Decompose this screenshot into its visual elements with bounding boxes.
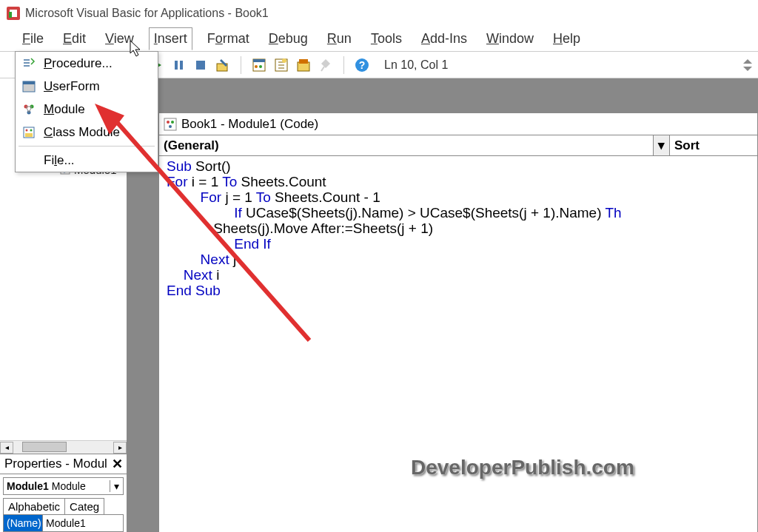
svg-rect-2 — [9, 12, 12, 18]
svg-rect-18 — [299, 59, 308, 64]
menu-insert[interactable]: Insert — [149, 27, 192, 50]
menu-format[interactable]: Format — [203, 28, 254, 50]
module-icon — [164, 118, 177, 131]
svg-rect-35 — [23, 81, 35, 84]
code-editor[interactable]: Sub Sort() For i = 1 To Sheets.Count For… — [159, 156, 757, 302]
app-icon — [6, 6, 21, 21]
svg-rect-30 — [164, 118, 176, 130]
dropdown-icon[interactable]: ▾ — [110, 480, 123, 492]
insert-menu-dropdown: Procedure... UserForm Module Class Modul… — [15, 51, 158, 172]
code-combos: (General) ▾ Sort — [159, 135, 757, 156]
svg-point-31 — [167, 121, 170, 124]
reset-icon[interactable] — [193, 58, 208, 73]
svg-point-41 — [30, 129, 33, 131]
menu-item-module[interactable]: Module — [16, 98, 158, 121]
userform-icon — [20, 80, 38, 93]
procedure-combo[interactable]: Sort — [670, 135, 757, 155]
svg-rect-42 — [25, 133, 33, 137]
object-browser-icon[interactable] — [296, 58, 311, 73]
title-bar: Microsoft Visual Basic for Applications … — [0, 0, 758, 27]
cursor-position: Ln 10, Col 1 — [384, 58, 758, 72]
help-icon[interactable]: ? — [355, 58, 369, 73]
tab-alphabetic[interactable]: Alphabetic — [3, 498, 64, 514]
property-row[interactable]: (Name) Module1 — [4, 515, 123, 531]
design-mode-icon[interactable] — [215, 58, 230, 73]
properties-header: Properties - Modul ✕ — [0, 454, 127, 474]
menu-addins[interactable]: Add-Ins — [417, 28, 472, 50]
menu-debug[interactable]: Debug — [264, 28, 312, 50]
property-name: (Name) — [4, 515, 42, 531]
scroll-left-icon[interactable]: ◂ — [0, 442, 13, 454]
menu-window[interactable]: Window — [482, 28, 538, 50]
menu-item-procedure[interactable]: Procedure... — [16, 52, 158, 75]
menu-run[interactable]: Run — [323, 28, 356, 50]
menu-tools[interactable]: Tools — [366, 28, 406, 50]
class-module-icon — [20, 126, 38, 139]
scroll-spinner[interactable] — [742, 58, 755, 73]
properties-icon[interactable] — [274, 58, 289, 73]
module-icon — [20, 103, 38, 116]
menu-bar: File Edit View Insert Format Debug Run T… — [0, 27, 758, 52]
object-combo[interactable]: (General) ▾ — [159, 135, 670, 155]
svg-rect-7 — [175, 61, 178, 70]
procedure-icon — [20, 57, 38, 70]
properties-object-combo[interactable]: Module1 Module ▾ — [3, 477, 124, 495]
svg-rect-8 — [180, 61, 183, 70]
menu-item-userform[interactable]: UserForm — [16, 75, 158, 98]
svg-point-13 — [255, 65, 258, 68]
menu-view[interactable]: View — [101, 28, 138, 50]
scroll-thumb[interactable] — [22, 442, 67, 452]
project-explorer-icon[interactable] — [252, 58, 266, 73]
svg-point-32 — [171, 121, 174, 124]
app-title: Microsoft Visual Basic for Applications … — [25, 7, 269, 20]
dropdown-icon[interactable]: ▾ — [653, 135, 669, 155]
svg-text:?: ? — [359, 59, 366, 71]
svg-rect-9 — [196, 61, 205, 70]
properties-tabs: Alphabetic Categ — [3, 498, 124, 514]
close-icon[interactable]: ✕ — [110, 457, 124, 471]
tree-hscroll[interactable]: ◂ ▸ — [0, 440, 127, 454]
svg-point-14 — [259, 65, 262, 68]
menu-help[interactable]: Help — [549, 28, 585, 50]
toolbox-icon[interactable] — [318, 58, 333, 73]
menu-file[interactable]: File — [18, 28, 48, 50]
svg-point-40 — [26, 129, 28, 131]
tab-categorized[interactable]: Categ — [64, 498, 104, 514]
menu-item-class-module[interactable]: Class Module — [16, 121, 158, 144]
svg-point-16 — [282, 58, 286, 63]
watermark: DeveloperPublish.com — [411, 456, 634, 479]
properties-grid: (Name) Module1 — [3, 514, 124, 532]
break-icon[interactable] — [171, 58, 186, 73]
svg-point-33 — [169, 125, 172, 128]
code-window-titlebar[interactable]: Book1 - Module1 (Code) — [159, 113, 757, 135]
scroll-right-icon[interactable]: ▸ — [113, 442, 127, 454]
property-value[interactable]: Module1 — [42, 515, 123, 531]
svg-rect-12 — [253, 59, 265, 62]
menu-item-file[interactable]: File... — [16, 149, 158, 172]
menu-edit[interactable]: Edit — [58, 28, 90, 50]
